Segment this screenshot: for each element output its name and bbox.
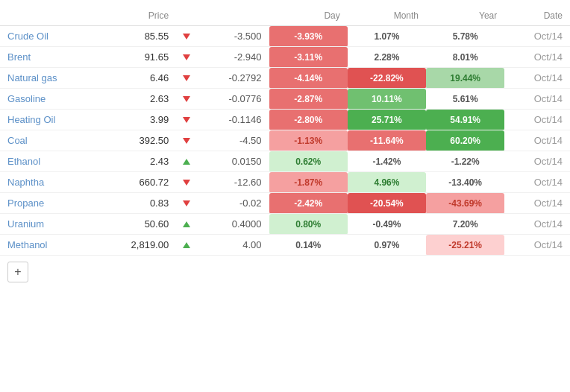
commodity-arrow (176, 214, 197, 235)
commodity-name[interactable]: Natural gas (0, 68, 97, 89)
commodity-name[interactable]: Ethanol (0, 151, 97, 172)
commodity-day-pct: 0.80% (269, 214, 348, 235)
commodity-arrow (176, 151, 197, 172)
table-header-row: Price Day Month Year Date (0, 6, 570, 26)
commodity-date: Oct/14 (504, 89, 570, 110)
commodity-month-pct: -11.64% (348, 130, 426, 151)
commodity-month-pct: 2.28% (348, 47, 426, 68)
up-arrow-icon (183, 242, 190, 248)
commodity-name[interactable]: Crude Oil (0, 26, 97, 47)
table-row: Heating Oil 3.99 -0.1146 -2.80% 25.71% 5… (0, 110, 570, 130)
down-arrow-icon (183, 117, 190, 123)
table-row: Propane 0.83 -0.02 -2.42% -20.54% -43.69… (0, 193, 570, 214)
down-arrow-icon (183, 75, 190, 81)
down-arrow-icon (183, 96, 190, 102)
commodity-price: 2.43 (97, 151, 176, 172)
col-header-month: Month (348, 6, 426, 26)
commodity-month-pct: 1.07% (348, 26, 426, 47)
col-header-name (0, 6, 97, 26)
table-row: Brent 91.65 -2.940 -3.11% 2.28% 8.01% Oc… (0, 47, 570, 68)
commodity-day-pct: -4.14% (269, 68, 348, 89)
commodity-price: 2,819.00 (97, 235, 176, 256)
commodity-date: Oct/14 (504, 130, 570, 151)
commodity-arrow (176, 172, 197, 193)
commodity-arrow (176, 235, 197, 256)
commodity-name[interactable]: Heating Oil (0, 110, 97, 130)
table-row: Uranium 50.60 0.4000 0.80% -0.49% 7.20% … (0, 214, 570, 235)
col-header-year: Year (426, 6, 504, 26)
commodity-year-pct: 5.78% (426, 26, 504, 47)
commodity-price: 3.99 (97, 110, 176, 130)
commodity-name[interactable]: Coal (0, 130, 97, 151)
commodity-date: Oct/14 (504, 235, 570, 256)
down-arrow-icon (183, 200, 190, 206)
commodity-month-pct: -1.42% (348, 151, 426, 172)
commodity-change: -0.0776 (197, 89, 269, 110)
table-row: Ethanol 2.43 0.0150 0.62% -1.42% -1.22% … (0, 151, 570, 172)
commodity-year-pct: 60.20% (426, 130, 504, 151)
commodity-change: -4.50 (197, 130, 269, 151)
commodity-year-pct: 19.44% (426, 68, 504, 89)
commodity-price: 91.65 (97, 47, 176, 68)
commodity-change: -2.940 (197, 47, 269, 68)
up-arrow-icon (183, 159, 190, 165)
table-row: Coal 392.50 -4.50 -1.13% -11.64% 60.20% … (0, 130, 570, 151)
commodity-name[interactable]: Propane (0, 193, 97, 214)
commodity-year-pct: 7.20% (426, 214, 504, 235)
commodity-change: -3.500 (197, 26, 269, 47)
commodity-arrow (176, 47, 197, 68)
table-row: Methanol 2,819.00 4.00 0.14% 0.97% -25.2… (0, 235, 570, 256)
col-header-day: Day (269, 6, 348, 26)
commodity-arrow (176, 26, 197, 47)
commodity-month-pct: 0.97% (348, 235, 426, 256)
down-arrow-icon (183, 180, 190, 186)
commodity-month-pct: -0.49% (348, 214, 426, 235)
commodity-name[interactable]: Gasoline (0, 89, 97, 110)
commodity-date: Oct/14 (504, 110, 570, 130)
commodity-arrow (176, 68, 197, 89)
down-arrow-icon (183, 138, 190, 144)
commodity-date: Oct/14 (504, 214, 570, 235)
table-row: Gasoline 2.63 -0.0776 -2.87% 10.11% 5.61… (0, 89, 570, 110)
commodity-year-pct: 54.91% (426, 110, 504, 130)
commodity-date: Oct/14 (504, 151, 570, 172)
commodity-date: Oct/14 (504, 193, 570, 214)
commodity-day-pct: -1.13% (269, 130, 348, 151)
commodity-day-pct: -3.93% (269, 26, 348, 47)
commodity-change: -0.2792 (197, 68, 269, 89)
commodity-name[interactable]: Naphtha (0, 172, 97, 193)
commodity-arrow (176, 193, 197, 214)
commodity-date: Oct/14 (504, 26, 570, 47)
commodity-change: -12.60 (197, 172, 269, 193)
add-row-button[interactable]: + (7, 262, 28, 282)
col-header-price: Price (97, 6, 176, 26)
table-row: Crude Oil 85.55 -3.500 -3.93% 1.07% 5.78… (0, 26, 570, 47)
commodity-year-pct: -1.22% (426, 151, 504, 172)
col-header-arrow (176, 6, 197, 26)
commodity-day-pct: -2.80% (269, 110, 348, 130)
up-arrow-icon (183, 221, 190, 227)
commodity-change: -0.02 (197, 193, 269, 214)
down-arrow-icon (183, 34, 190, 39)
commodity-year-pct: -25.21% (426, 235, 504, 256)
commodity-change: 4.00 (197, 235, 269, 256)
commodity-price: 85.55 (97, 26, 176, 47)
commodity-change: 0.4000 (197, 214, 269, 235)
commodity-name[interactable]: Brent (0, 47, 97, 68)
table-row: Natural gas 6.46 -0.2792 -4.14% -22.82% … (0, 68, 570, 89)
commodity-price: 50.60 (97, 214, 176, 235)
commodity-name[interactable]: Methanol (0, 235, 97, 256)
commodity-day-pct: 0.14% (269, 235, 348, 256)
commodity-day-pct: -2.87% (269, 89, 348, 110)
commodity-day-pct: 0.62% (269, 151, 348, 172)
commodity-change: -0.1146 (197, 110, 269, 130)
commodity-date: Oct/14 (504, 47, 570, 68)
commodity-price: 6.46 (97, 68, 176, 89)
down-arrow-icon (183, 54, 190, 60)
commodity-change: 0.0150 (197, 151, 269, 172)
commodity-month-pct: 4.96% (348, 172, 426, 193)
main-container: Price Day Month Year Date Crude Oil 85.5… (0, 0, 570, 294)
commodity-name[interactable]: Uranium (0, 214, 97, 235)
commodity-price: 2.63 (97, 89, 176, 110)
commodity-month-pct: 10.11% (348, 89, 426, 110)
